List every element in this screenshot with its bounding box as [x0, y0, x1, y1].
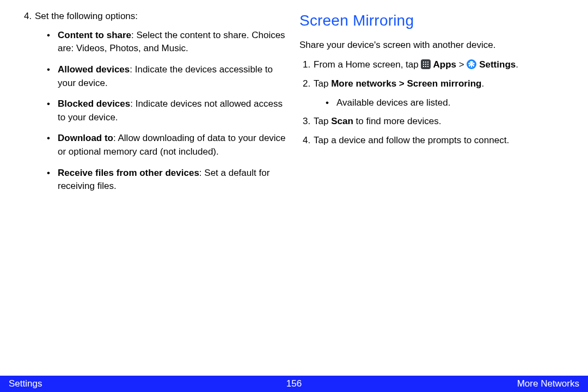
step-number: 3. — [303, 115, 314, 128]
page-footer: Settings 156 More Networks — [0, 376, 588, 392]
step3-post: to find more devices. — [353, 116, 442, 126]
step4-text: Tap a device and follow the prompts to c… — [314, 135, 509, 145]
step2-sub-text: Available devices are listed. — [336, 97, 450, 108]
step1-sep: > — [456, 59, 467, 70]
bullet-term: Receive files from other devices — [58, 168, 199, 178]
apps-icon — [421, 59, 431, 69]
step-number: 2. — [303, 77, 314, 91]
bullet-dot-icon: • — [47, 97, 58, 111]
step-line: 4.Tap a device and follow the prompts to… — [299, 134, 577, 148]
step1-end: . — [516, 59, 518, 70]
bullet-term: Allowed devices — [58, 64, 130, 75]
footer-left: Settings — [9, 378, 42, 389]
step-line: 1.From a Home screen, tap Apps > Setting… — [299, 58, 577, 72]
step2-bold: More networks > Screen mirroring — [331, 78, 481, 89]
step1-apps-label: Apps — [431, 59, 456, 70]
settings-icon — [467, 59, 476, 69]
step-line: 3.Tap Scan to find more devices. — [299, 115, 577, 128]
sub-bullet: •Available devices are listed. — [299, 96, 577, 110]
bullet-term: Content to share — [58, 30, 131, 40]
footer-right: More Networks — [517, 378, 579, 389]
step-number: 1. — [303, 58, 314, 72]
step3-pre: Tap — [314, 116, 331, 126]
section-intro: Share your device's screen with another … — [299, 39, 577, 52]
step3-bold: Scan — [331, 116, 353, 126]
step1-settings-label: Settings — [476, 59, 516, 70]
footer-page-number: 156 — [286, 378, 302, 389]
bullet-item: •Download to: Allow downloading of data … — [11, 132, 289, 158]
section-heading: Screen Mirroring — [299, 10, 577, 32]
manual-page: 4.Set the following options: •Content to… — [0, 0, 588, 392]
step-number: 4. — [24, 10, 35, 23]
step2-end: . — [481, 78, 484, 89]
left-column: 4.Set the following options: •Content to… — [11, 10, 289, 201]
bullet-dot-icon: • — [47, 132, 58, 145]
bullet-item: •Content to share: Select the content to… — [11, 29, 289, 56]
step2-pre: Tap — [314, 78, 331, 89]
step-number: 4. — [303, 134, 314, 148]
bullet-dot-icon: • — [47, 63, 58, 77]
bullet-item: •Receive files from other devices: Set a… — [11, 167, 289, 193]
bullet-item: •Allowed devices: Indicate the devices a… — [11, 63, 289, 90]
step-line: 2.Tap More networks > Screen mirroring. — [299, 77, 577, 91]
right-column: Screen Mirroring Share your device's scr… — [299, 10, 577, 201]
bullet-dot-icon: • — [47, 167, 58, 180]
bullet-term: Download to — [58, 133, 113, 143]
step4-lead: Set the following options: — [35, 11, 138, 21]
bullet-dot-icon: • — [326, 96, 336, 110]
bullet-item: •Blocked devices: Indicate devices not a… — [11, 97, 289, 124]
step1-pre: From a Home screen, tap — [314, 59, 421, 70]
bullet-dot-icon: • — [47, 29, 58, 42]
bullet-term: Blocked devices — [58, 99, 130, 109]
